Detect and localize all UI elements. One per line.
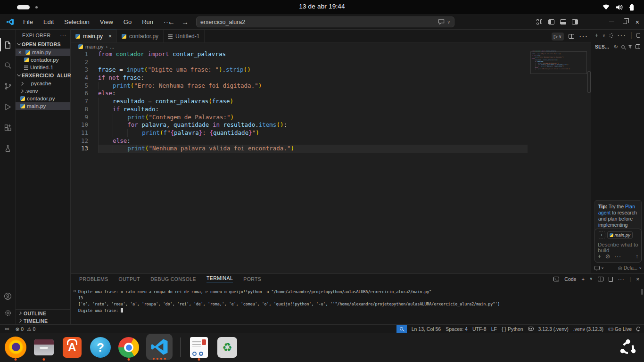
workspace-folder-header[interactable]: ERXERCICIO_ALURA2 <box>16 71 70 80</box>
toggle-primary-sidebar-icon[interactable] <box>548 19 554 25</box>
breadcrumb[interactable]: main.py › ... <box>71 43 591 50</box>
source-control-icon[interactable] <box>0 77 16 96</box>
tree-item-__pycache__[interactable]: __pycache__ <box>16 80 70 87</box>
minimize-button[interactable] <box>609 22 614 23</box>
chat-input-box[interactable]: + main.py Describe what to build + ⊘ ···… <box>594 229 642 263</box>
panel-more-icon[interactable]: ··· <box>618 276 625 282</box>
split-terminal-icon[interactable] <box>598 277 603 281</box>
open-editor-main.py[interactable]: ×main.py <box>16 49 70 56</box>
chat-icon[interactable] <box>438 19 445 25</box>
tab-ports[interactable]: PORTS <box>243 276 261 282</box>
python-interpreter[interactable]: 3.12.3 (.venv) <box>538 326 569 332</box>
accounts-icon[interactable] <box>0 287 16 305</box>
send-icon[interactable]: ↑ <box>636 253 638 260</box>
status-search-button[interactable] <box>396 325 407 333</box>
tab-contador-py[interactable]: contador.py <box>117 30 164 42</box>
chevron-down-icon[interactable]: ∨ <box>639 266 642 270</box>
outline-section[interactable]: OUTLINE <box>16 309 70 317</box>
kill-terminal-icon[interactable] <box>609 277 613 282</box>
tree-item-contador.py[interactable]: contador.py <box>16 95 70 102</box>
open-editor-Untitled-1[interactable]: Untitled-1 <box>16 64 70 71</box>
run-python-file-button[interactable]: ▷∨ <box>552 33 564 41</box>
encoding[interactable]: UTF-8 <box>472 326 487 332</box>
chat-mode-icon[interactable] <box>594 266 600 270</box>
filter-icon[interactable] <box>628 45 632 49</box>
dock-item-chrome[interactable] <box>118 337 140 358</box>
copilot-icon[interactable] <box>528 327 534 331</box>
tab-untitled-1[interactable]: Untitled-1 <box>164 30 205 42</box>
dock-item-firefox[interactable] <box>5 337 26 358</box>
tab-debug-console[interactable]: DEBUG CONSOLE <box>150 276 196 282</box>
cursor-position[interactable]: Ln 13, Col 56 <box>412 326 441 332</box>
menu-view[interactable]: View <box>96 17 117 27</box>
close-editor-icon[interactable]: × <box>18 49 23 55</box>
terminal-output[interactable]: Digite uma frase: o rato roeu a roupa do… <box>74 289 640 324</box>
tree-item-.venv[interactable]: .venv <box>16 87 70 95</box>
editor-more-actions-icon[interactable]: ··· <box>579 32 588 41</box>
search-icon[interactable] <box>0 56 16 75</box>
editor-scrollbar[interactable] <box>587 71 591 93</box>
timeline-section[interactable]: TIMELINE <box>16 317 70 324</box>
dock-item-help[interactable]: ? <box>90 337 111 358</box>
notifications-bell-icon[interactable] <box>636 327 640 330</box>
tab-terminal[interactable]: TERMINAL <box>206 275 233 282</box>
remote-indicator-icon[interactable]: >< <box>5 327 9 331</box>
new-chat-icon[interactable]: + <box>595 32 598 39</box>
toggle-secondary-sidebar-icon[interactable] <box>572 19 578 25</box>
minimap-slider[interactable] <box>530 51 587 74</box>
view-columns-icon[interactable] <box>636 44 640 49</box>
problems-indicator[interactable]: ⊗0 ⚠0 <box>16 326 36 332</box>
open-editors-header[interactable]: OPEN EDITORS <box>16 40 70 49</box>
tab-problems[interactable]: PROBLEMS <box>79 276 108 282</box>
new-terminal-icon[interactable]: + <box>581 276 584 282</box>
terminal-scrollbar[interactable] <box>641 289 643 295</box>
tab-close-icon[interactable]: × <box>108 33 112 40</box>
dock-item-trash[interactable]: ♻ <box>216 337 238 358</box>
chevron-down-icon[interactable]: ∨ <box>590 277 593 281</box>
terminal-name[interactable]: Code <box>564 276 576 282</box>
system-clock[interactable]: 13 de abr 19:44 <box>0 3 644 10</box>
indentation[interactable]: Spaces: 4 <box>446 326 468 332</box>
venv-indicator[interactable]: .venv (3.12.3) <box>573 326 603 332</box>
menu-file[interactable]: File <box>19 17 37 27</box>
close-button[interactable]: × <box>636 19 639 25</box>
command-center-search[interactable]: erxercicio_alura2 ∨ <box>196 16 454 27</box>
split-editor-icon[interactable] <box>569 34 574 39</box>
chevron-down-icon[interactable]: ∨ <box>601 266 604 270</box>
chat-more-icon[interactable]: ··· <box>617 31 626 40</box>
restore-button[interactable] <box>623 20 627 24</box>
show-apps-button[interactable] <box>618 337 638 358</box>
open-editor-contador.py[interactable]: contador.py <box>16 56 70 64</box>
customize-layout-icon[interactable] <box>537 19 543 25</box>
code-editor[interactable]: 1from contador import contar_palavras23f… <box>71 50 591 273</box>
menu-edit[interactable]: Edit <box>39 17 58 27</box>
refresh-icon[interactable]: ↻ <box>614 44 618 50</box>
tools-icon[interactable]: ⊘ <box>605 253 610 260</box>
explorer-icon[interactable] <box>0 35 16 54</box>
toggle-panel-icon[interactable] <box>560 19 566 25</box>
eol[interactable]: LF <box>491 326 497 332</box>
minimap[interactable]: from contador import contar_palavrasfras… <box>530 50 587 273</box>
context-file-chip[interactable]: main.py <box>607 231 633 239</box>
add-context-chip[interactable]: + <box>598 231 605 239</box>
model-picker[interactable]: Defa... <box>624 265 637 271</box>
chevron-down-icon[interactable]: ∨ <box>447 20 450 25</box>
command-decoration-icon[interactable] <box>74 290 76 292</box>
run-debug-icon[interactable] <box>0 98 16 116</box>
tab-output[interactable]: OUTPUT <box>119 276 140 282</box>
forward-arrow-icon[interactable]: → <box>182 18 189 26</box>
extensions-icon[interactable] <box>0 118 16 137</box>
menu-run[interactable]: Run <box>138 17 157 27</box>
system-tray[interactable] <box>603 3 635 11</box>
dock-item-document-viewer[interactable] <box>188 337 210 358</box>
settings-gear-icon[interactable] <box>0 304 16 322</box>
maximize-panel-icon[interactable] <box>636 33 640 38</box>
chat-settings-gear-icon[interactable] <box>610 33 613 38</box>
close-panel-icon[interactable]: × <box>636 276 639 282</box>
attach-icon[interactable]: + <box>598 253 601 260</box>
dock-item-files[interactable] <box>33 337 55 358</box>
tree-item-main.py[interactable]: main.py <box>16 102 70 110</box>
explorer-more-icon[interactable]: ··· <box>60 33 67 38</box>
tab-main-py[interactable]: main.py × <box>71 30 117 42</box>
dock-item-app-center[interactable]: A <box>61 337 83 358</box>
